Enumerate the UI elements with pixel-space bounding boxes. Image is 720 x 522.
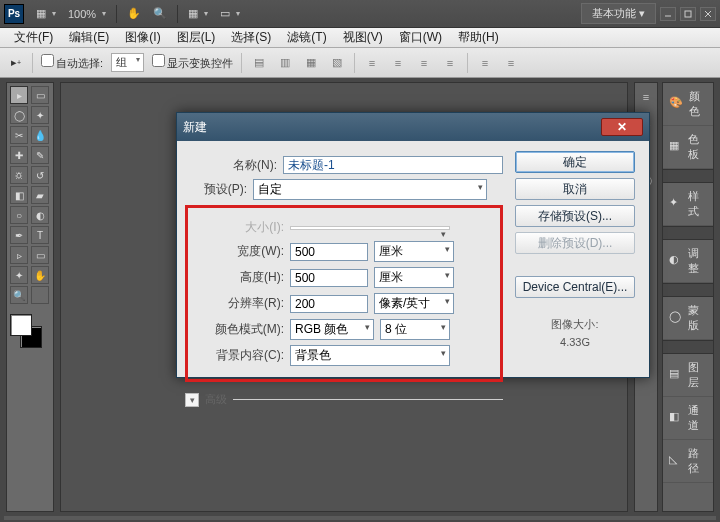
device-central-button[interactable]: Device Central(E)... — [515, 276, 635, 298]
width-input[interactable] — [290, 243, 368, 261]
chevron-icon: ▾ — [185, 393, 199, 407]
save-preset-button[interactable]: 存储预设(S)... — [515, 205, 635, 227]
name-input[interactable] — [283, 156, 503, 174]
resolution-label: 分辨率(R): — [192, 295, 284, 312]
bg-label: 背景内容(C): — [192, 347, 284, 364]
preset-label: 预设(P): — [185, 181, 247, 198]
advanced-toggle[interactable]: ▾ 高级 — [185, 392, 503, 407]
mode-select[interactable]: RGB 颜色 — [290, 319, 374, 340]
resolution-input[interactable] — [290, 295, 368, 313]
dialog-close-button[interactable]: ✕ — [601, 118, 643, 136]
height-label: 高度(H): — [192, 269, 284, 286]
foreground-swatch[interactable] — [10, 314, 32, 336]
dialog-overlay: 新建 ✕ 名称(N): 预设(P): 自定 大小(I): — [0, 0, 720, 522]
mode-label: 颜色模式(M): — [192, 321, 284, 338]
dialog-title: 新建 — [183, 119, 207, 136]
highlighted-region: 大小(I): 宽度(W): 厘米 高度(H): 厘米 分辨率(R): — [185, 205, 503, 382]
preset-select[interactable]: 自定 — [253, 179, 487, 200]
new-document-dialog: 新建 ✕ 名称(N): 预设(P): 自定 大小(I): — [176, 112, 650, 378]
delete-preset-button: 删除预设(D)... — [515, 232, 635, 254]
dialog-titlebar[interactable]: 新建 ✕ — [177, 113, 649, 141]
size-label: 大小(I): — [192, 219, 284, 236]
height-unit-select[interactable]: 厘米 — [374, 267, 454, 288]
image-size-info: 图像大小: 4.33G — [515, 317, 635, 348]
width-label: 宽度(W): — [192, 243, 284, 260]
resolution-unit-select[interactable]: 像素/英寸 — [374, 293, 454, 314]
height-input[interactable] — [290, 269, 368, 287]
ok-button[interactable]: 确定 — [515, 151, 635, 173]
status-bar — [4, 516, 716, 520]
bg-select[interactable]: 背景色 — [290, 345, 450, 366]
size-select — [290, 226, 450, 230]
depth-select[interactable]: 8 位 — [380, 319, 450, 340]
width-unit-select[interactable]: 厘米 — [374, 241, 454, 262]
cancel-button[interactable]: 取消 — [515, 178, 635, 200]
name-label: 名称(N): — [185, 157, 277, 174]
